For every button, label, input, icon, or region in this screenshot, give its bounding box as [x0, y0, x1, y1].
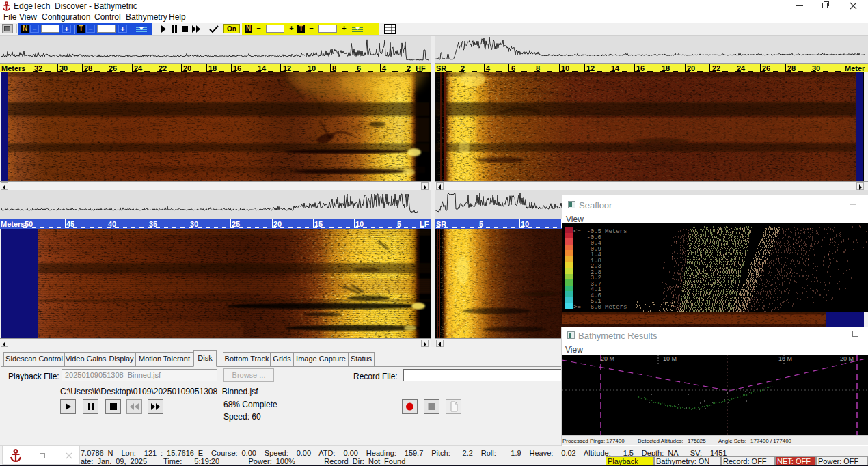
svg-text:10 M: 10 M [778, 355, 792, 362]
svg-text:-10 M: -10 M [661, 355, 677, 362]
svg-text:-20 M: -20 M [599, 355, 614, 362]
svg-text:20 M: 20 M [840, 355, 854, 362]
